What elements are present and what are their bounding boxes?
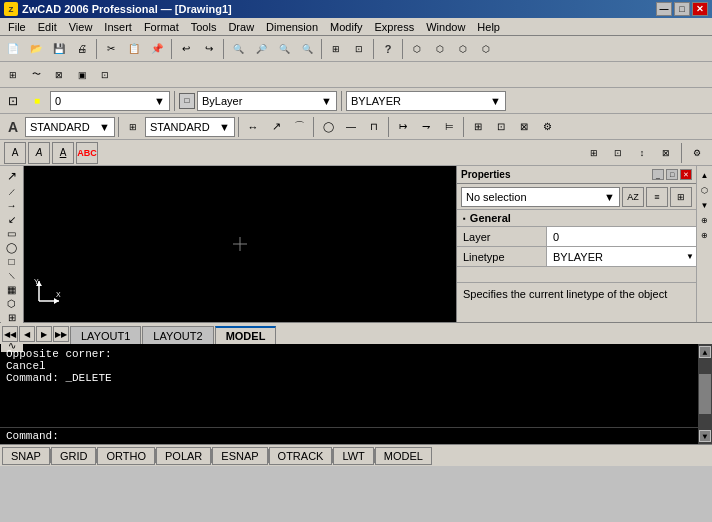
dimstyle-icon[interactable]: ⊞ [122, 116, 144, 138]
linetype-dropdown[interactable]: ByLayer ▼ [197, 91, 337, 111]
minimize-button[interactable]: — [656, 2, 672, 16]
dim-btn7[interactable]: ↦ [392, 116, 414, 138]
tool-select[interactable]: ↗ [1, 168, 23, 184]
right-zoom-fit[interactable]: ⬡ [698, 183, 712, 197]
dim-btn3[interactable]: ⌒ [288, 116, 310, 138]
properties-selection-dropdown[interactable]: No selection ▼ [461, 187, 620, 207]
tb-zoom-prev[interactable]: 🔍 [296, 38, 318, 60]
dim-btn4[interactable]: ◯ [317, 116, 339, 138]
prop-quickselect-btn[interactable]: ⊞ [670, 187, 692, 207]
text-icon[interactable]: A [2, 116, 24, 138]
tool-arc[interactable]: ◯ [1, 241, 23, 254]
dim-btn8[interactable]: ⇁ [415, 116, 437, 138]
maximize-button[interactable]: □ [674, 2, 690, 16]
tab-layout2[interactable]: LAYOUT2 [142, 326, 213, 344]
right-zoom-in[interactable]: ▲ [698, 168, 712, 182]
tb-snap2[interactable]: 〜 [25, 64, 47, 86]
ann-btn1[interactable]: A [4, 142, 26, 164]
layer-dropdown[interactable]: 0 ▼ [50, 91, 170, 111]
tb-extra1[interactable]: ⬡ [406, 38, 428, 60]
tool-line[interactable]: ⟋ [1, 185, 23, 198]
tab-layout1[interactable]: LAYOUT1 [70, 326, 141, 344]
tb-matchprop[interactable]: ⊡ [348, 38, 370, 60]
command-input[interactable] [63, 430, 692, 442]
dim-btn9[interactable]: ⊨ [438, 116, 460, 138]
color-icon[interactable]: ■ [26, 90, 48, 112]
tool-circle[interactable]: □ [1, 255, 23, 268]
tb-snap3[interactable]: ⊠ [48, 64, 70, 86]
right-zoom-out[interactable]: ▼ [698, 198, 712, 212]
ann-extra2[interactable]: ⊡ [607, 142, 629, 164]
dim-btn11[interactable]: ⊡ [490, 116, 512, 138]
scroll-up-btn[interactable]: ▲ [699, 346, 711, 358]
prop-layer-value[interactable]: 0 [547, 227, 696, 246]
dim-btn10[interactable]: ⊞ [467, 116, 489, 138]
textstyle-dropdown1[interactable]: STANDARD ▼ [25, 117, 115, 137]
tb-undo[interactable]: ↩ [175, 38, 197, 60]
properties-close-btn[interactable]: ✕ [680, 169, 692, 180]
textstyle-dropdown2[interactable]: STANDARD ▼ [145, 117, 235, 137]
tb-print[interactable]: 🖨 [71, 38, 93, 60]
ann-btn3[interactable]: A [52, 142, 74, 164]
menu-modify[interactable]: Modify [324, 18, 368, 35]
tb-extra4[interactable]: ⬡ [475, 38, 497, 60]
tb-copy[interactable]: 📋 [123, 38, 145, 60]
status-ortho[interactable]: ORTHO [97, 447, 155, 465]
menu-tools[interactable]: Tools [185, 18, 223, 35]
menu-window[interactable]: Window [420, 18, 471, 35]
properties-maximize-btn[interactable]: □ [666, 169, 678, 180]
tb-redo[interactable]: ↪ [198, 38, 220, 60]
tb-zoom-window[interactable]: 🔍 [273, 38, 295, 60]
prop-alphabetic-btn[interactable]: AZ [622, 187, 644, 207]
tb-help[interactable]: ? [377, 38, 399, 60]
ann-btn4[interactable]: ABC [76, 142, 98, 164]
tool-polygon[interactable]: ↙ [1, 213, 23, 226]
tb-properties[interactable]: ⊞ [325, 38, 347, 60]
ann-settings[interactable]: ⚙ [686, 142, 708, 164]
close-button[interactable]: ✕ [692, 2, 708, 16]
dim-btn1[interactable]: ↔ [242, 116, 264, 138]
status-polar[interactable]: POLAR [156, 447, 211, 465]
tool-block[interactable]: ⬡ [1, 297, 23, 310]
right-orbit[interactable]: ⊕ [698, 228, 712, 242]
tb-extra3[interactable]: ⬡ [452, 38, 474, 60]
tab-nav-next[interactable]: ▶ [36, 326, 52, 342]
lineweight-dropdown[interactable]: BYLAYER ▼ [346, 91, 506, 111]
tb-snap1[interactable]: ⊞ [2, 64, 24, 86]
tb-pan[interactable]: 🔍 [227, 38, 249, 60]
tb-zoom-realtime[interactable]: 🔎 [250, 38, 272, 60]
tab-model[interactable]: MODEL [215, 326, 277, 344]
tb-extra2[interactable]: ⬡ [429, 38, 451, 60]
right-pan[interactable]: ⊕ [698, 213, 712, 227]
menu-express[interactable]: Express [368, 18, 420, 35]
status-otrack[interactable]: OTRACK [269, 447, 333, 465]
tb-cut[interactable]: ✂ [100, 38, 122, 60]
menu-file[interactable]: File [2, 18, 32, 35]
tool-polyline[interactable]: → [1, 199, 23, 212]
layer-icon[interactable]: ⊡ [2, 90, 24, 112]
status-grid[interactable]: GRID [51, 447, 97, 465]
tb-snap4[interactable]: ▣ [71, 64, 93, 86]
prop-categorized-btn[interactable]: ≡ [646, 187, 668, 207]
prop-linetype-value[interactable]: BYLAYER ▼ [547, 247, 696, 266]
menu-insert[interactable]: Insert [98, 18, 138, 35]
menu-draw[interactable]: Draw [222, 18, 260, 35]
dim-btn5[interactable]: — [340, 116, 362, 138]
menu-format[interactable]: Format [138, 18, 185, 35]
menu-help[interactable]: Help [471, 18, 506, 35]
properties-minimize-btn[interactable]: _ [652, 169, 664, 180]
tool-text[interactable]: ⊞ [1, 311, 23, 324]
tool-spline[interactable]: ⟍ [1, 269, 23, 282]
menu-dimension[interactable]: Dimension [260, 18, 324, 35]
tb-new[interactable]: 📄 [2, 38, 24, 60]
drawing-canvas[interactable]: X Y [24, 166, 456, 322]
ann-extra1[interactable]: ⊞ [583, 142, 605, 164]
tab-nav-first[interactable]: ◀◀ [2, 326, 18, 342]
tab-nav-prev[interactable]: ◀ [19, 326, 35, 342]
status-lwt[interactable]: LWT [333, 447, 373, 465]
menu-edit[interactable]: Edit [32, 18, 63, 35]
menu-view[interactable]: View [63, 18, 99, 35]
status-esnap[interactable]: ESNAP [212, 447, 267, 465]
ann-extra3[interactable]: ↕ [631, 142, 653, 164]
tab-nav-last[interactable]: ▶▶ [53, 326, 69, 342]
